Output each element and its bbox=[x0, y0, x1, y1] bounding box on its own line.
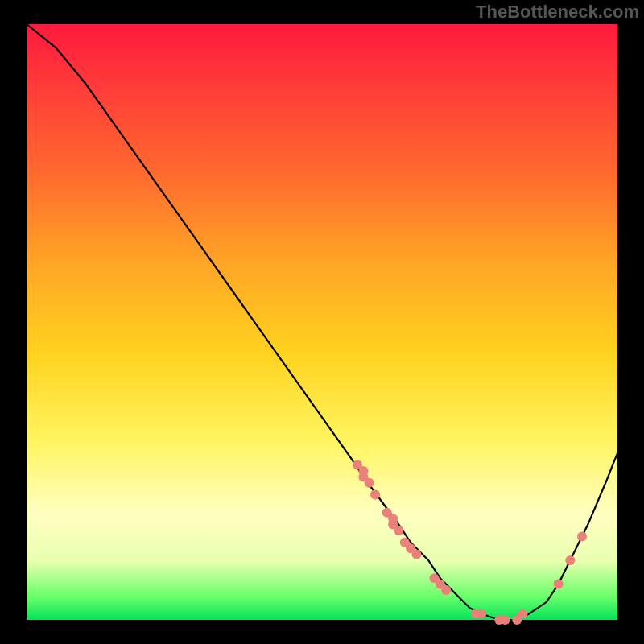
data-point bbox=[501, 615, 510, 625]
data-point bbox=[370, 490, 380, 500]
data-point bbox=[441, 585, 451, 595]
data-point bbox=[577, 531, 587, 541]
data-point bbox=[518, 609, 528, 619]
data-point bbox=[565, 555, 575, 565]
data-points-group bbox=[353, 460, 587, 625]
data-point bbox=[554, 580, 564, 589]
data-point bbox=[477, 609, 486, 619]
data-point bbox=[365, 478, 374, 488]
watermark-text: TheBottleneck.com bbox=[476, 2, 639, 23]
chart-overlay bbox=[27, 24, 617, 620]
data-point bbox=[411, 550, 421, 559]
data-point bbox=[394, 526, 403, 535]
chart-container: TheBottleneck.com bbox=[0, 0, 644, 644]
bottleneck-curve bbox=[27, 24, 617, 620]
